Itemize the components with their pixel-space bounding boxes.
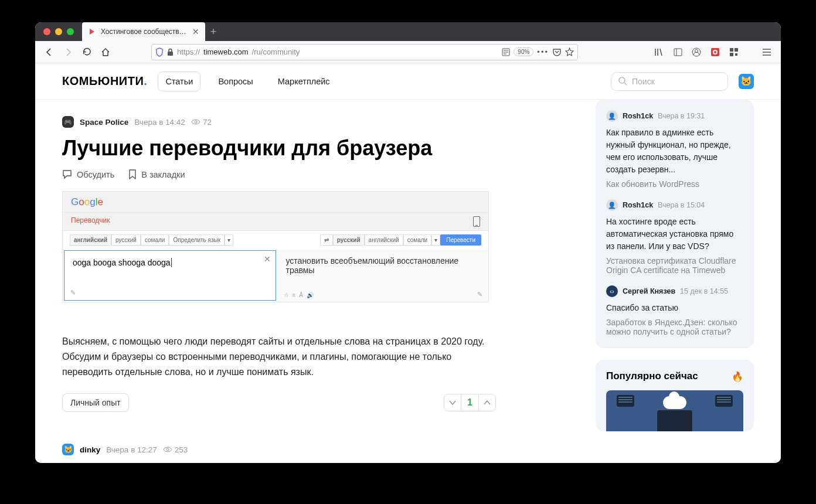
article2-meta: 🐱 dinky Вчера в 12:27 253 bbox=[62, 444, 576, 455]
pocket-icon[interactable] bbox=[552, 48, 562, 56]
search-input[interactable]: Поиск bbox=[611, 72, 728, 91]
google-logo: Google bbox=[71, 196, 103, 208]
eye-icon bbox=[191, 118, 200, 125]
svg-point-25 bbox=[166, 448, 169, 451]
user-avatar[interactable]: 🐱 bbox=[739, 74, 754, 89]
popular-card: Популярно сейчас 🔥 bbox=[596, 360, 754, 431]
article-actions: Обсудить В закладки bbox=[62, 169, 576, 179]
shield-icon bbox=[155, 47, 164, 57]
fire-icon: 🔥 bbox=[732, 371, 743, 382]
comment-item: ‹›Сергей Князев15 дек в 14:55 Спасибо за… bbox=[606, 285, 743, 336]
bookmark-button[interactable]: В закладки bbox=[128, 169, 185, 179]
article-time: Вчера в 14:42 bbox=[134, 118, 185, 127]
close-tab-icon[interactable]: ✕ bbox=[192, 27, 199, 36]
author-name[interactable]: Space Police bbox=[80, 118, 128, 127]
library-icon[interactable] bbox=[651, 44, 667, 60]
address-bar[interactable]: https://timeweb.com/ru/community 90% ••• bbox=[151, 44, 578, 60]
src-lang-ru: русский bbox=[111, 234, 141, 246]
nav-articles[interactable]: Статьи bbox=[158, 71, 200, 91]
comment-item: 👤Rosh1ckВчера в 19:31 Как правило в адми… bbox=[606, 110, 743, 189]
main-column: 🎮 Space Police Вчера в 14:42 72 Лучшие п… bbox=[62, 100, 576, 463]
article-footer: Личный опыт 1 bbox=[62, 393, 496, 412]
browser-tab[interactable]: Хостинговое сообщество «Tin ✕ bbox=[82, 22, 205, 41]
dst-lang-en: английский bbox=[365, 234, 403, 246]
downvote-button[interactable] bbox=[444, 394, 461, 411]
eye-icon bbox=[163, 446, 172, 453]
comment-link[interactable]: Установка сертификата Cloudflare Origin … bbox=[606, 256, 743, 275]
author-avatar[interactable]: 🎮 bbox=[62, 116, 74, 128]
window-controls bbox=[35, 28, 82, 35]
search-icon bbox=[618, 77, 627, 86]
nav-marketplace[interactable]: Маркетплейс bbox=[271, 72, 337, 91]
page-content: КОМЬЮНИТИ. Статьи Вопросы Маркетплейс По… bbox=[35, 63, 781, 463]
svg-point-22 bbox=[619, 77, 625, 83]
article-tag[interactable]: Личный опыт bbox=[62, 393, 129, 412]
tab-title: Хостинговое сообщество «Tin bbox=[101, 28, 188, 36]
site-logo[interactable]: КОМЬЮНИТИ. bbox=[62, 74, 147, 88]
language-bar: английский русский сомали Определить язы… bbox=[63, 231, 488, 249]
comment-link[interactable]: Как обновить WordPress bbox=[606, 179, 743, 189]
vote-count: 1 bbox=[461, 394, 478, 411]
popular-title: Популярно сейчас bbox=[606, 370, 698, 382]
article-lead: Выясняем, с помощью чего люди переводят … bbox=[62, 334, 496, 379]
article-title: Лучшие переводчики для браузера bbox=[62, 136, 576, 160]
bookmark-star-icon[interactable] bbox=[565, 47, 574, 56]
comment-text: Спасибо за статью bbox=[606, 302, 743, 314]
maximize-window-button[interactable] bbox=[67, 28, 74, 35]
url-path: /ru/community bbox=[252, 47, 300, 56]
commenter-name[interactable]: Rosh1ck bbox=[623, 112, 653, 120]
translate-tab: Переводчик bbox=[71, 216, 110, 227]
svg-rect-17 bbox=[730, 53, 733, 56]
comment-text: Как правило в админке есть нужный функци… bbox=[606, 127, 743, 176]
bookmark-icon bbox=[128, 169, 137, 179]
back-button[interactable] bbox=[41, 44, 57, 60]
dst-dropdown-icon: ▾ bbox=[431, 234, 440, 246]
svg-point-24 bbox=[195, 121, 197, 123]
commenter-name[interactable]: Rosh1ck bbox=[623, 201, 653, 209]
commenter-avatar[interactable]: 👤 bbox=[606, 199, 618, 211]
sidebar-icon[interactable] bbox=[669, 44, 686, 60]
dst-lang-so: сомали bbox=[403, 234, 432, 246]
discuss-button[interactable]: Обсудить bbox=[62, 169, 114, 179]
svg-rect-8 bbox=[674, 49, 682, 56]
commenter-avatar[interactable]: ‹› bbox=[606, 285, 618, 297]
favicon-icon bbox=[88, 28, 96, 36]
svg-rect-16 bbox=[735, 48, 738, 52]
svg-rect-0 bbox=[168, 52, 173, 56]
home-button[interactable] bbox=[97, 44, 114, 60]
extension2-icon[interactable] bbox=[726, 44, 742, 60]
clear-icon: ✕ bbox=[264, 254, 271, 264]
minimize-window-button[interactable] bbox=[55, 28, 62, 35]
page-actions-icon[interactable]: ••• bbox=[537, 47, 549, 56]
browser-window: Хостинговое сообщество «Tin ✕ + https://… bbox=[35, 22, 781, 463]
account-icon[interactable] bbox=[688, 44, 705, 60]
search-placeholder: Поиск bbox=[632, 77, 655, 86]
comment-item: 👤Rosh1ckВчера в 15:04 На хостинге вроде … bbox=[606, 199, 743, 275]
svg-rect-15 bbox=[730, 48, 733, 52]
close-window-button[interactable] bbox=[43, 28, 50, 35]
upvote-button[interactable] bbox=[478, 394, 496, 411]
comment-link[interactable]: Заработок в Яндекс.Дзен: сколько можно п… bbox=[606, 318, 743, 336]
author2-avatar[interactable]: 🐱 bbox=[62, 444, 74, 455]
phone-icon bbox=[473, 216, 480, 227]
forward-button[interactable] bbox=[60, 44, 76, 60]
new-tab-button[interactable]: + bbox=[205, 23, 222, 40]
comment-icon bbox=[62, 169, 72, 179]
popular-thumbnail[interactable] bbox=[606, 390, 743, 431]
commenter-avatar[interactable]: 👤 bbox=[606, 110, 618, 122]
reload-button[interactable] bbox=[79, 44, 95, 60]
article-views: 72 bbox=[191, 118, 212, 127]
comment-time: Вчера в 19:31 bbox=[658, 112, 705, 120]
menu-icon[interactable] bbox=[759, 44, 775, 60]
vote-widget: 1 bbox=[444, 394, 496, 411]
extension-icon[interactable] bbox=[707, 44, 723, 60]
site-header: КОМЬЮНИТИ. Статьи Вопросы Маркетплейс По… bbox=[35, 63, 781, 100]
author2-name[interactable]: dinky bbox=[80, 445, 100, 454]
lock-icon bbox=[167, 48, 174, 56]
reader-icon[interactable] bbox=[502, 48, 510, 56]
article2-views: 253 bbox=[163, 445, 188, 454]
nav-questions[interactable]: Вопросы bbox=[211, 72, 260, 91]
zoom-badge[interactable]: 90% bbox=[514, 47, 533, 56]
commenter-name[interactable]: Сергей Князев bbox=[623, 287, 675, 295]
svg-line-7 bbox=[660, 49, 662, 56]
